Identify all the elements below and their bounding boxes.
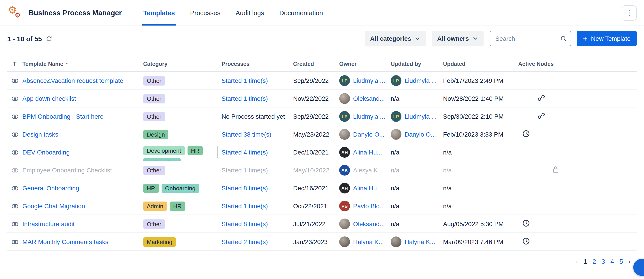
tab-templates[interactable]: Templates [142,0,176,26]
owners-filter-dropdown[interactable]: All owners [432,31,484,46]
lock-icon [551,165,560,174]
updated-by-link[interactable]: Liudmyla ... [404,113,436,120]
owner-avatar[interactable]: AH [339,147,350,158]
refresh-icon[interactable] [46,35,52,42]
template-name-link[interactable]: Infrastructure audit [22,220,74,227]
category-chip: Onboarding [162,183,199,193]
tab-documentation[interactable]: Documentation [278,0,324,26]
owner-link[interactable]: Alesya K... [353,167,383,174]
owner-link[interactable]: Oleksand... [353,95,385,102]
page-5[interactable]: 5 [620,258,623,265]
tab-audit-logs[interactable]: Audit logs [235,0,265,26]
prev-page-button[interactable]: ‹ [576,258,578,265]
owner-link[interactable]: Pavlo Blo... [353,202,385,210]
page-3[interactable]: 3 [602,258,605,265]
column-header-owner[interactable]: Owner [339,61,391,67]
next-page-button[interactable]: › [628,258,630,265]
tab-processes[interactable]: Processes [189,0,221,26]
active-nodes-cell [518,165,637,175]
active-nodes-cell [518,219,637,229]
category-chip: HR [170,201,185,211]
updated-by-link[interactable]: Halyna K... [404,238,435,245]
template-name-link[interactable]: General Onboarding [22,184,79,192]
owner-link[interactable]: Liudmyla ... [353,113,385,120]
column-header-created[interactable]: Created [293,61,339,67]
updated-by-avatar[interactable]: LP [391,75,402,86]
owner-avatar[interactable]: LP [339,111,350,122]
template-name-link[interactable]: Employee Onboarding Checklist [22,167,112,174]
template-name-link[interactable]: Absence&Vacation request template [22,77,123,84]
owner-avatar[interactable] [339,129,350,140]
template-name-link[interactable]: MAR Monthly Comments tasks [22,238,108,245]
main-nav: Templates Processes Audit logs Documenta… [142,0,324,26]
owner-link[interactable]: Oleksand... [353,220,385,227]
category-cell-scrollbar[interactable] [216,146,218,158]
updated-by-link[interactable]: Danylo O... [404,131,436,138]
processes-link[interactable]: Started 4 time(s) [222,149,268,156]
owner-avatar[interactable] [339,236,350,247]
template-name-link[interactable]: Google Chat Migration [22,202,85,210]
column-header-template-name[interactable]: Template Name↑ [22,61,143,67]
categories-filter-dropdown[interactable]: All categories [365,31,426,46]
processes-link[interactable]: Started 1 time(s) [222,77,268,84]
template-name-link[interactable]: Design tasks [22,131,58,138]
processes-link[interactable]: Started 1 time(s) [222,202,268,210]
table-row: Design tasks Design Started 38 time(s) M… [7,125,637,143]
processes-link[interactable]: Started 8 time(s) [222,184,268,192]
app-window: ⚙ ⚙ Business Process Manager Templates P… [0,0,644,279]
owner-avatar[interactable]: LP [339,75,350,86]
owner-avatar[interactable] [339,93,350,104]
owner-avatar[interactable] [339,218,350,229]
updated-cell: n/a [443,167,518,174]
owner-link[interactable]: Alina Hu... [353,184,382,192]
template-name-link[interactable]: DEV Onboarding [22,149,70,156]
owner-link[interactable]: Alina Hu... [353,149,382,156]
owner-link[interactable]: Halyna K... [353,238,384,245]
column-header-category[interactable]: Category [143,61,222,67]
pagination: ‹ 1 2 3 4 5 › [0,251,644,265]
column-header-updated[interactable]: Updated [443,61,518,67]
updated-by-avatar[interactable]: LP [391,111,402,122]
updated-by-link[interactable]: Liudmyla ... [404,77,436,84]
processes-link[interactable]: Started 1 time(s) [222,167,268,174]
updated-cell: Mar/09/2023 7:46 PM [443,238,518,245]
page-2[interactable]: 2 [592,258,596,265]
column-header-type[interactable]: T [7,61,22,67]
column-header-active-nodes[interactable]: Active Nodes [518,61,637,67]
updated-by-avatar[interactable] [391,129,402,140]
search-input[interactable] [494,35,560,43]
processes-link[interactable]: Started 2 time(s) [222,238,268,245]
template-icon [10,94,19,103]
category-chip: Other [143,165,165,175]
new-template-button[interactable]: + New Template [577,31,637,46]
updated-by-avatar[interactable] [391,236,402,247]
template-name-link[interactable]: BPM Onboarding - Start here [22,113,104,120]
template-icon [10,166,19,174]
owner-link[interactable]: Liudmyla ... [353,77,385,84]
updated-by-cell: n/a [391,167,443,174]
search-icon[interactable] [560,35,567,42]
template-name-link[interactable]: App down checklist [22,95,76,102]
category-chip: Other [143,219,165,229]
chevron-down-icon [414,35,421,42]
search-box [490,31,571,46]
owner-link[interactable]: Danylo O... [353,131,384,138]
processes-link[interactable]: Started 1 time(s) [222,95,268,102]
owner-avatar[interactable]: AH [339,183,350,193]
owner-avatar[interactable]: AK [339,165,350,176]
template-icon [10,112,19,121]
overflow-menu-button[interactable]: ⋮ [622,5,637,20]
column-header-updated-by[interactable]: Updated by [391,61,443,67]
column-header-processes[interactable]: Processes [222,61,293,67]
table-row: General Onboarding HR Onboarding Started… [7,179,637,197]
processes-link[interactable]: Started 38 time(s) [222,131,272,138]
table-header-row: T Template Name↑ Category Processes Crea… [7,57,637,72]
category-chip: Other [143,112,165,121]
table-row: Google Chat Migration Admin HR Started 1… [7,197,637,215]
processes-link[interactable]: Started 8 time(s) [222,220,268,227]
created-cell: May/23/2022 [293,131,339,138]
page-4[interactable]: 4 [610,258,614,265]
owner-avatar[interactable]: PB [339,201,350,211]
updated-by-cell: n/a [391,95,443,102]
page-1[interactable]: 1 [584,258,587,265]
